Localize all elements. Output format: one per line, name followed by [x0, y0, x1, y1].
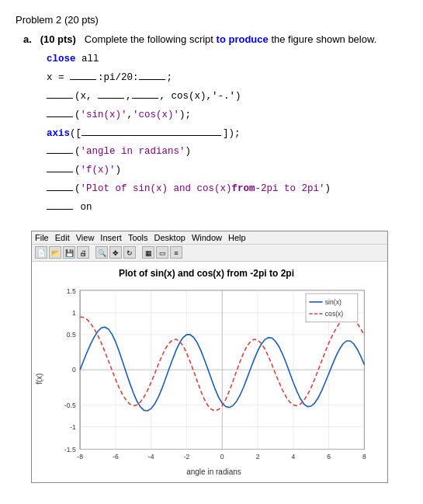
code-line-2: x = :pi/20: ;	[47, 69, 407, 87]
menu-window[interactable]: Window	[192, 233, 222, 242]
menu-tools[interactable]: Tools	[128, 233, 148, 242]
svg-text:sin(x): sin(x)	[325, 298, 342, 306]
comma-1: ,	[126, 89, 132, 106]
sub-problem-a: a. (10 pts) Complete the following scrip…	[23, 33, 407, 217]
sub-a-label: a. (10 pts) Complete the following scrip…	[23, 33, 407, 45]
y-axis-label: f(x)	[32, 282, 47, 476]
toolbar-new[interactable]: 📄	[35, 246, 47, 259]
svg-text:2: 2	[256, 453, 260, 461]
svg-text:cos(x): cos(x)	[325, 310, 344, 318]
code-line-4: ( 'sin(x)' , 'cos(x)' );	[47, 106, 407, 124]
fx-str: 'f(x)'	[81, 162, 116, 179]
svg-text:-4: -4	[148, 453, 154, 461]
code-line-6: ( 'angle in radians' )	[47, 143, 407, 161]
figure-menubar[interactable]: File Edit View Insert Tools Desktop Wind…	[32, 231, 387, 245]
svg-text:1.5: 1.5	[67, 287, 76, 295]
toolbar-rotate[interactable]: ↻	[123, 246, 136, 259]
ylabel-open: (	[75, 162, 81, 179]
toolbar-grid[interactable]: ▦	[142, 246, 154, 259]
blank-9	[47, 180, 73, 191]
blank-5	[132, 88, 158, 99]
blank-7	[47, 143, 73, 154]
plot-call: (	[75, 107, 81, 124]
x-paren: (x,	[75, 89, 98, 106]
blank-4	[98, 88, 124, 99]
menu-file[interactable]: File	[35, 233, 49, 242]
menu-view[interactable]: View	[76, 233, 95, 242]
blank-axis	[81, 125, 221, 136]
axis-close: ]);	[223, 126, 241, 143]
from-kw: from	[232, 181, 255, 198]
svg-text:8: 8	[362, 453, 366, 461]
x-axis-label: angle in radians	[47, 468, 381, 476]
code-line-3: (x, , , cos(x),'-.')	[47, 88, 407, 106]
all-kw: all	[76, 51, 99, 68]
sin-str: 'sin(x)'	[81, 107, 127, 124]
code-block: close all x = :pi/20: ; (x, , , cos(x),'…	[47, 51, 407, 217]
title-str2: -2pi to 2pi'	[255, 181, 325, 198]
cos-call: cos(x),'-.')	[172, 89, 241, 106]
hold-on: on	[75, 200, 92, 217]
problem-title: Problem 2	[16, 14, 61, 26]
xlabel-close: )	[185, 144, 192, 161]
toolbar-open[interactable]: 📂	[49, 246, 61, 259]
comma-2: ,	[160, 89, 172, 106]
title-open: (	[75, 181, 81, 198]
code-line-1: close all	[47, 51, 407, 68]
figure-toolbar: 📄 📂 💾 🖨 🔍 ✥ ↻ ▦ ▭ ≡	[32, 245, 387, 262]
blank-2	[139, 69, 165, 80]
sub-a-letter: a.	[23, 33, 32, 45]
svg-text:-6: -6	[113, 453, 119, 461]
code-line-8: ( 'Plot of sin(x) and cos(x) from -2pi t…	[47, 180, 407, 198]
toolbar-zoom[interactable]: 🔍	[95, 246, 108, 259]
code-line-5: axis ([ ]);	[47, 125, 407, 143]
menu-desktop[interactable]: Desktop	[154, 233, 185, 242]
menu-help[interactable]: Help	[228, 233, 246, 242]
menu-edit[interactable]: Edit	[55, 233, 70, 242]
svg-text:-8: -8	[77, 453, 83, 461]
svg-text:-1.5: -1.5	[64, 446, 76, 454]
xlabel-open: (	[75, 144, 81, 161]
plot-area: f(x)	[32, 282, 381, 476]
svg-text:4: 4	[291, 453, 295, 461]
title-close: )	[325, 181, 331, 198]
plot-with-x: 1.5 1 0.5 0 -0.5 -1 -1.5 -8 -6 -4 -2 0 2	[47, 282, 381, 476]
code-line-9: on	[47, 199, 407, 217]
pi20: :pi/20:	[98, 70, 139, 87]
axis-kw: axis	[47, 126, 70, 143]
title-str: 'Plot of sin(x) and cos(x)	[81, 181, 232, 198]
axis-open: ([	[70, 126, 81, 143]
sub-a-pts: (10 pts)	[40, 33, 76, 45]
toolbar-colorbar[interactable]: ▭	[156, 246, 168, 259]
toolbar-pan[interactable]: ✥	[109, 246, 122, 259]
figure-content: Plot of sin(x) and cos(x) from -2pi to 2…	[32, 262, 387, 482]
plot-title: Plot of sin(x) and cos(x) from -2pi to 2…	[32, 268, 381, 279]
svg-text:0: 0	[72, 366, 76, 374]
toolbar-save[interactable]: 💾	[63, 246, 75, 259]
toolbar-legend[interactable]: ≡	[170, 246, 182, 259]
close-kw: close	[47, 51, 76, 68]
problem-header: Problem 2 (20 pts)	[16, 14, 407, 26]
x-eq: x =	[47, 70, 70, 87]
chart-container: 1.5 1 0.5 0 -0.5 -1 -1.5 -8 -6 -4 -2 0 2	[47, 282, 381, 476]
sub-a-text: Complete the following script	[85, 33, 213, 45]
svg-text:0: 0	[220, 453, 224, 461]
figure-window: File Edit View Insert Tools Desktop Wind…	[31, 231, 388, 483]
svg-text:-1: -1	[70, 423, 76, 431]
plot-svg: 1.5 1 0.5 0 -0.5 -1 -1.5 -8 -6 -4 -2 0 2	[47, 282, 381, 466]
blank-10	[47, 199, 73, 210]
blank-6	[47, 106, 73, 117]
blank-3	[47, 88, 73, 99]
toolbar-print[interactable]: 🖨	[77, 246, 89, 259]
sub-a-text2: the figure shown below.	[271, 33, 376, 45]
svg-text:0.5: 0.5	[67, 331, 76, 339]
svg-text:1: 1	[72, 309, 76, 317]
angle-str: 'angle in radians'	[81, 144, 185, 161]
svg-text:-0.5: -0.5	[64, 401, 76, 408]
close-paren-1: );	[179, 107, 191, 124]
menu-insert[interactable]: Insert	[100, 233, 122, 242]
blank-8	[47, 162, 73, 172]
svg-text:-2: -2	[184, 453, 190, 461]
code-line-7: ( 'f(x)' )	[47, 162, 407, 179]
blank-1	[70, 69, 96, 80]
